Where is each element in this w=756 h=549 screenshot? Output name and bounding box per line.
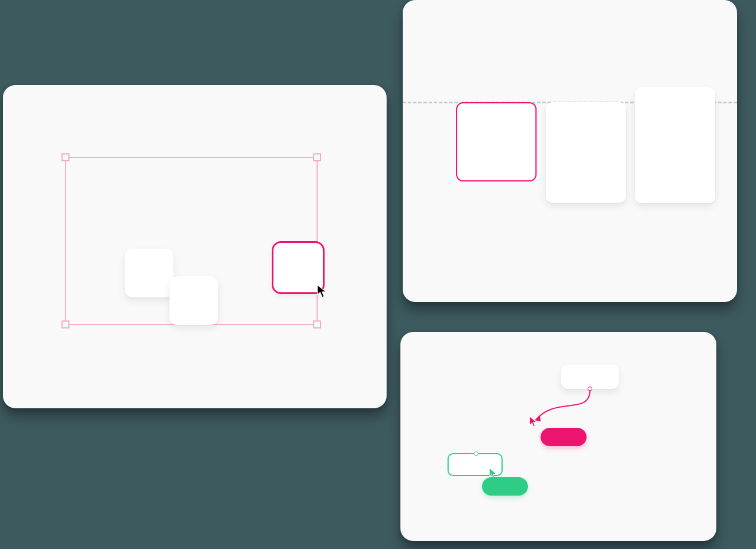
selection-handle-top-left[interactable] [61, 153, 70, 161]
connector-node-icon[interactable] [474, 451, 479, 456]
cursor-collaborator-pink-icon [529, 415, 539, 428]
collaboration-cursors-panel [400, 332, 716, 541]
alignment-snap-panel [403, 0, 737, 302]
canvas-card[interactable] [546, 102, 626, 203]
selection-handle-bottom-left[interactable] [61, 320, 70, 328]
canvas-card[interactable] [169, 276, 218, 325]
collaborator-label-green[interactable] [482, 477, 528, 496]
canvas-card[interactable] [125, 249, 173, 297]
selection-drag-panel [3, 85, 387, 408]
connector-node-icon[interactable] [588, 386, 592, 391]
collaborator-label-pink[interactable] [541, 428, 587, 446]
canvas-card-selected[interactable] [456, 102, 537, 181]
selection-handle-top-right[interactable] [313, 153, 321, 161]
canvas-card[interactable] [635, 87, 715, 203]
connector-curve [530, 387, 599, 427]
canvas-card[interactable] [561, 365, 619, 389]
cursor-default-icon [316, 284, 329, 299]
selection-handle-bottom-right[interactable] [313, 320, 321, 328]
